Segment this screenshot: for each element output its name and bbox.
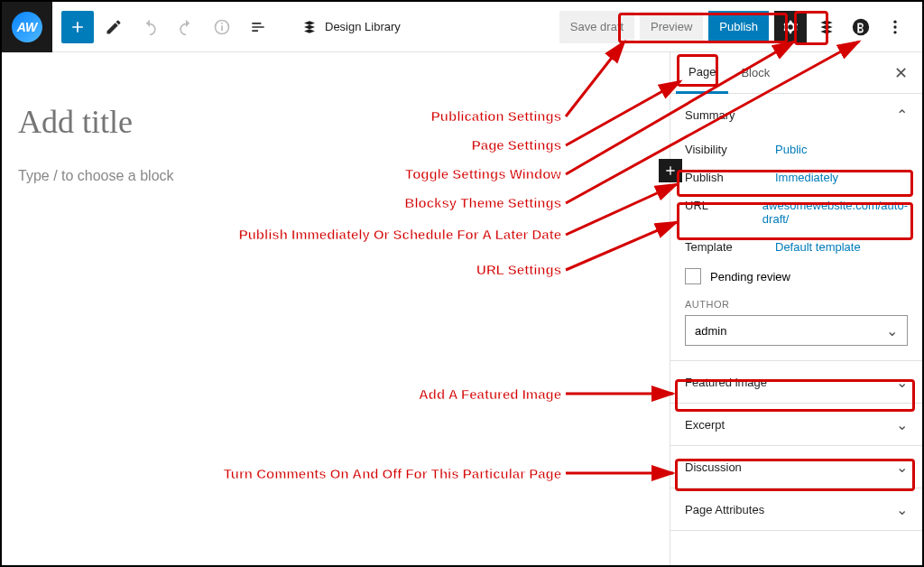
chevron-down-icon: ⌄ [896, 459, 908, 476]
svg-rect-1 [221, 25, 223, 31]
chevron-down-icon: ⌄ [886, 322, 898, 339]
excerpt-panel[interactable]: Excerpt ⌄ [670, 404, 922, 446]
edit-tool-button[interactable] [97, 11, 130, 43]
design-library-label: Design Library [325, 20, 401, 33]
template-label: Template [685, 240, 775, 254]
page-attributes-panel[interactable]: Page Attributes ⌄ [670, 488, 922, 531]
add-block-button[interactable] [61, 11, 94, 43]
featured-image-heading: Featured image [685, 376, 767, 389]
discussion-heading: Discussion [685, 460, 742, 474]
right-tool-group: Save draft Preview Publish [559, 11, 922, 43]
logo-badge: AW [12, 12, 42, 42]
author-heading: AUTHOR [685, 299, 908, 310]
redo-icon [177, 18, 195, 36]
summary-panel: Summary ⌃ Visibility Public Publish Imme… [670, 94, 922, 361]
author-value: admin [695, 324, 726, 338]
more-options-button[interactable] [881, 13, 910, 42]
list-icon [249, 18, 267, 36]
template-row[interactable]: Template Default template [685, 233, 908, 261]
page-attributes-heading: Page Attributes [685, 503, 764, 516]
chevron-down-icon: ⌄ [896, 374, 908, 391]
redo-button[interactable] [170, 11, 202, 43]
url-value: awesomewebsite.com/auto-draft/ [762, 199, 908, 226]
chevron-down-icon: ⌄ [896, 501, 908, 518]
url-row[interactable]: URL awesomewebsite.com/auto-draft/ [685, 191, 908, 233]
visibility-label: Visibility [685, 143, 775, 156]
blocksy-icon [851, 17, 871, 37]
site-logo[interactable]: AW [2, 2, 52, 52]
gear-icon [781, 17, 800, 37]
left-tool-group: Design Library [52, 11, 410, 43]
summary-panel-header[interactable]: Summary ⌃ [670, 94, 922, 135]
save-draft-button[interactable]: Save draft [559, 11, 634, 43]
sidebar-tabs: Page Block ✕ [670, 52, 922, 94]
tab-page[interactable]: Page [676, 52, 728, 94]
visibility-row[interactable]: Visibility Public [685, 135, 908, 163]
main-area: Type / to choose a block Page Block ✕ Su… [2, 52, 922, 565]
svg-point-5 [893, 25, 896, 28]
template-value: Default template [775, 240, 908, 254]
pending-review-checkbox[interactable]: Pending review [685, 261, 908, 292]
block-placeholder[interactable]: Type / to choose a block [18, 168, 653, 184]
editor-canvas[interactable]: Type / to choose a block [2, 52, 670, 565]
tab-block[interactable]: Block [728, 52, 782, 94]
settings-sidebar: Page Block ✕ Summary ⌃ Visibility Public… [670, 52, 922, 565]
discussion-panel[interactable]: Discussion ⌄ [670, 446, 922, 488]
top-toolbar: AW Design Library Save draft Preview Pub… [2, 2, 922, 52]
publish-row[interactable]: Publish Immediately [685, 163, 908, 191]
svg-point-4 [893, 20, 896, 23]
inline-add-block-button[interactable] [659, 159, 682, 182]
svg-rect-2 [221, 23, 223, 24]
publish-label: Publish [685, 171, 775, 184]
info-icon [213, 18, 231, 36]
undo-button[interactable] [134, 11, 166, 43]
pending-review-label: Pending review [710, 270, 790, 284]
visibility-value: Public [775, 143, 908, 156]
plus-icon [663, 163, 678, 178]
url-label: URL [685, 199, 762, 212]
author-select[interactable]: admin ⌄ [685, 315, 908, 346]
list-view-button[interactable] [242, 11, 274, 43]
plus-icon [69, 18, 87, 36]
checkbox-icon [685, 268, 701, 284]
dots-vertical-icon [886, 18, 904, 36]
design-library-button[interactable]: Design Library [292, 11, 410, 43]
publish-value: Immediately [775, 171, 908, 184]
excerpt-heading: Excerpt [685, 418, 725, 432]
settings-button[interactable] [774, 11, 807, 43]
chevron-down-icon: ⌄ [896, 416, 908, 433]
featured-image-panel[interactable]: Featured image ⌄ [670, 361, 922, 404]
page-title-input[interactable] [18, 103, 653, 141]
pencil-icon [105, 18, 123, 36]
preview-button[interactable]: Preview [640, 11, 703, 43]
summary-heading: Summary [685, 108, 735, 122]
svg-point-6 [893, 31, 896, 33]
publish-button[interactable]: Publish [708, 11, 769, 43]
close-sidebar-button[interactable]: ✕ [884, 63, 917, 83]
stackable-s-icon [818, 18, 836, 36]
stackable-settings-button[interactable] [812, 13, 841, 42]
blocksy-settings-button[interactable] [846, 13, 875, 42]
undo-icon [141, 18, 159, 36]
stackable-icon [301, 19, 318, 35]
chevron-up-icon: ⌃ [896, 107, 908, 124]
info-button[interactable] [206, 11, 238, 43]
